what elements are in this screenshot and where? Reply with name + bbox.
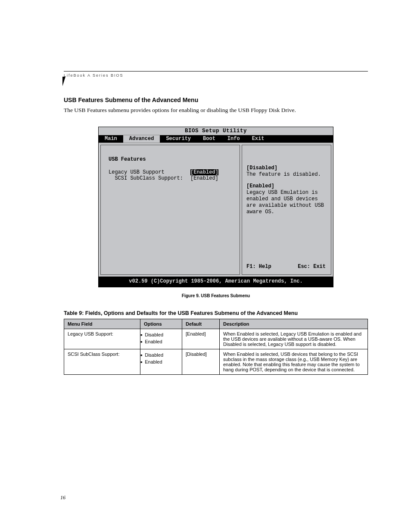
bios-screenshot: BIOS Setup Utility Main Advanced Securit… bbox=[98, 127, 333, 287]
help-disabled-header: [Disabled] bbox=[246, 165, 327, 171]
option-item: Disabled bbox=[140, 331, 178, 339]
cell-default: [Enabled] bbox=[182, 329, 220, 349]
table-header-row: Menu Field Options Default Description bbox=[64, 319, 368, 329]
bios-left-pane: USB Features Legacy USB Support[Enabled]… bbox=[100, 145, 240, 275]
cell-field: SCSI SubClass Support: bbox=[64, 349, 140, 374]
section-intro: The USB Features submenu provides option… bbox=[64, 106, 368, 115]
cell-options: Disabled Enabled bbox=[140, 329, 182, 349]
cell-description: When Enabled is selected, Legacy USB Emu… bbox=[220, 329, 368, 349]
option-item: Enabled bbox=[140, 338, 178, 345]
running-head: LifeBook A Series BIOS bbox=[64, 71, 368, 78]
help-enabled-header: [Enabled] bbox=[246, 183, 327, 190]
header-mark-icon bbox=[62, 77, 65, 86]
option-item: Enabled bbox=[140, 358, 178, 366]
figure-caption: Figure 9. USB Features Submenu bbox=[64, 293, 368, 298]
bios-title: BIOS Setup Utility bbox=[99, 127, 333, 135]
fields-table: Menu Field Options Default Description L… bbox=[64, 319, 368, 375]
running-head-text: LifeBook A Series BIOS bbox=[64, 73, 124, 78]
table-row: SCSI SubClass Support: Disabled Enabled … bbox=[64, 349, 368, 374]
cell-default: [Disabled] bbox=[182, 349, 220, 374]
th-menu-field: Menu Field bbox=[64, 319, 140, 329]
table-caption: Table 9: Fields, Options and Defaults fo… bbox=[64, 310, 368, 316]
bios-tab-boot: Boot bbox=[197, 135, 221, 143]
table-row: Legacy USB Support: Disabled Enabled [En… bbox=[64, 329, 368, 349]
help-esc: Esc: Exit bbox=[298, 264, 326, 270]
bios-tab-info: Info bbox=[221, 135, 246, 143]
bios-tab-exit: Exit bbox=[246, 135, 271, 143]
bios-row-label: SCSI SubClass Support: bbox=[109, 175, 190, 181]
th-default: Default bbox=[182, 319, 220, 329]
help-f1: F1: Help bbox=[246, 264, 271, 270]
th-options: Options bbox=[140, 319, 182, 329]
cell-description: When Enabled is selected, USB devices th… bbox=[220, 349, 368, 374]
help-disabled-text: The feature is disabled. bbox=[246, 171, 327, 178]
section-heading: USB Features Submenu of the Advanced Men… bbox=[64, 96, 368, 103]
bios-row-scsi-subclass: SCSI SubClass Support:[Enabled] bbox=[109, 175, 234, 181]
bios-tab-security: Security bbox=[160, 135, 197, 143]
bios-tab-advanced: Advanced bbox=[123, 135, 160, 143]
page-number: 16 bbox=[60, 495, 65, 501]
cell-field: Legacy USB Support: bbox=[64, 329, 140, 349]
bios-row-legacy-usb: Legacy USB Support[Enabled] bbox=[109, 169, 234, 175]
help-enabled-text: Legacy USB Emulation is enabled and USB … bbox=[246, 190, 327, 215]
bios-row-value-selected: [Enabled] bbox=[190, 169, 218, 175]
bios-help-pane: [Disabled] The feature is disabled. [Ena… bbox=[242, 145, 331, 275]
bios-tab-bar: Main Advanced Security Boot Info Exit bbox=[99, 135, 333, 143]
th-description: Description bbox=[220, 319, 368, 329]
bios-help-bar: F1: Help Esc: Exit bbox=[246, 264, 327, 270]
cell-options: Disabled Enabled bbox=[140, 349, 182, 374]
option-item: Disabled bbox=[140, 352, 178, 359]
bios-row-value: [Enabled] bbox=[190, 175, 218, 181]
bios-tab-main: Main bbox=[99, 135, 123, 143]
bios-copyright: v02.59 (C)Copyright 1985-2006, American … bbox=[99, 277, 333, 287]
bios-submenu-title: USB Features bbox=[109, 156, 234, 162]
bios-row-label: Legacy USB Support bbox=[109, 169, 190, 175]
